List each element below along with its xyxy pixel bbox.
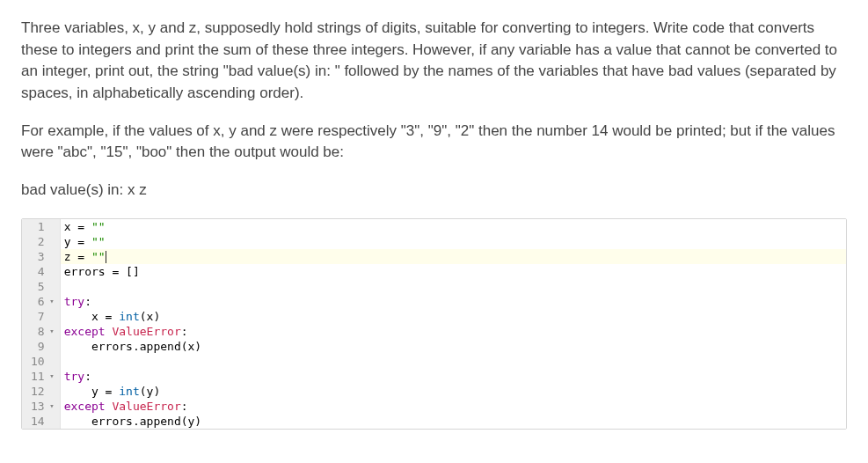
problem-paragraph-2: For example, if the values of x, y and z… (21, 121, 847, 164)
line-number: 13▾ (31, 399, 55, 414)
code-line[interactable]: errors.append(y) (61, 414, 846, 429)
code-token: : (84, 370, 91, 383)
line-number: 7 (31, 309, 55, 324)
code-line[interactable]: except ValueError: (61, 324, 846, 339)
code-token: errors = [] (64, 265, 140, 278)
code-editor[interactable]: 123456▾78▾91011▾1213▾14 x = ""y = ""z = … (21, 218, 847, 430)
line-number: 3 (31, 249, 55, 264)
fold-toggle-icon[interactable]: ▾ (47, 324, 55, 339)
code-line[interactable]: y = "" (61, 234, 846, 249)
editor-code-area[interactable]: x = ""y = ""z = ""errors = []try: x = in… (61, 219, 846, 429)
code-line[interactable]: z = "" (61, 249, 846, 264)
code-line[interactable]: x = "" (61, 219, 846, 234)
code-token: x = (64, 310, 120, 323)
code-line[interactable] (61, 279, 846, 294)
code-line[interactable]: except ValueError: (61, 399, 846, 414)
code-token: "" (91, 220, 106, 233)
problem-description: Three variables, x, y and z, supposedly … (0, 0, 868, 201)
line-number: 11▾ (31, 369, 55, 384)
code-token: except (64, 325, 106, 338)
line-number: 2 (31, 234, 55, 249)
line-number: 6▾ (31, 294, 55, 309)
code-token: : (181, 325, 188, 338)
code-token: int (119, 385, 139, 398)
code-line[interactable]: errors = [] (61, 264, 846, 279)
code-line[interactable]: x = int(x) (61, 309, 846, 324)
code-line[interactable]: y = int(y) (61, 384, 846, 399)
line-number: 12 (31, 384, 55, 399)
code-token: y = (64, 385, 120, 398)
line-number: 1 (31, 219, 55, 234)
code-token: x = (64, 220, 91, 233)
code-token: ValueError (112, 325, 180, 338)
code-token: int (119, 310, 139, 323)
code-token: try (64, 370, 84, 383)
code-token: "" (91, 235, 106, 248)
code-line[interactable]: errors.append(x) (61, 339, 846, 354)
fold-toggle-icon[interactable]: ▾ (47, 399, 55, 414)
code-token: "" (91, 250, 106, 263)
code-token: except (64, 400, 106, 413)
code-token: (y) (140, 385, 160, 398)
line-number: 8▾ (31, 324, 55, 339)
line-number: 14 (31, 414, 55, 429)
code-token: z = (64, 250, 91, 263)
editor-gutter: 123456▾78▾91011▾1213▾14 (22, 219, 61, 429)
fold-toggle-icon[interactable]: ▾ (47, 294, 55, 309)
code-token: errors.append(y) (64, 415, 202, 428)
code-token: (x) (140, 310, 160, 323)
line-number: 9 (31, 339, 55, 354)
code-token: ValueError (112, 400, 180, 413)
line-number: 5 (31, 279, 55, 294)
code-token: errors.append(x) (64, 340, 202, 353)
code-line[interactable]: try: (61, 369, 846, 384)
code-token: : (84, 295, 91, 308)
problem-paragraph-3: bad value(s) in: x z (21, 180, 847, 202)
text-cursor (106, 251, 106, 263)
line-number: 4 (31, 264, 55, 279)
code-token: y = (64, 235, 91, 248)
code-line[interactable] (61, 354, 846, 369)
problem-paragraph-1: Three variables, x, y and z, supposedly … (21, 18, 847, 105)
code-line[interactable]: try: (61, 294, 846, 309)
fold-toggle-icon[interactable]: ▾ (47, 369, 55, 384)
code-token: try (64, 295, 84, 308)
code-token: : (181, 400, 188, 413)
line-number: 10 (31, 354, 55, 369)
